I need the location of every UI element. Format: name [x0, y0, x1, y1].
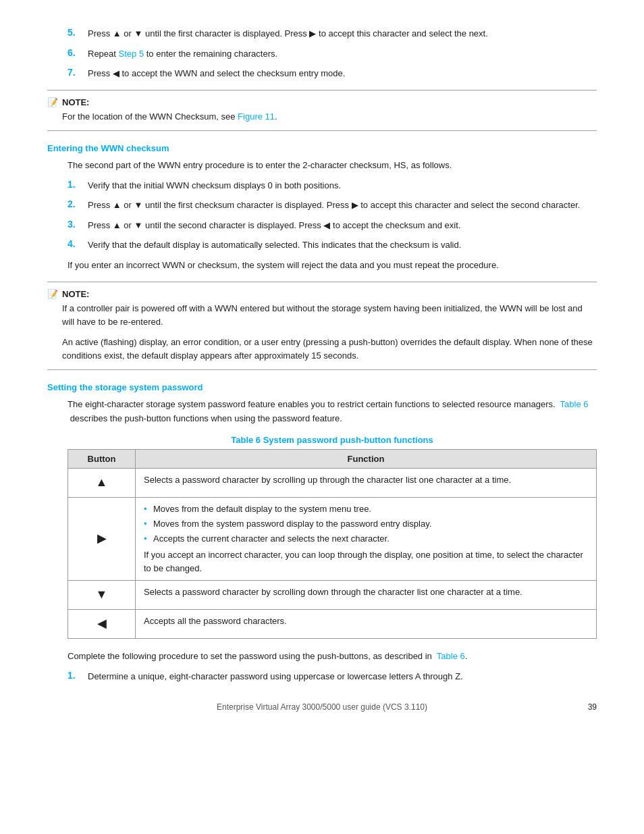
- password-table: Button Function ▲ Selects a password cha…: [68, 449, 597, 639]
- wwn-step-2-num: 2.: [68, 199, 88, 209]
- note-icon-top: 📝: [47, 97, 58, 107]
- step-6: 6. Repeat Step 5 to enter the remaining …: [68, 47, 597, 61]
- bullet-item: Accepts the current character and select…: [144, 532, 588, 546]
- btn-right-function: Moves from the default display to the sy…: [136, 497, 597, 581]
- password-intro: The eight-character storage system passw…: [68, 398, 597, 425]
- btn-down-icon: ▼: [68, 581, 136, 610]
- closing-text: Complete the following procedure to set …: [68, 650, 597, 663]
- wwn-closing: If you enter an incorrect WWN or checksu…: [68, 259, 597, 272]
- col-button: Button: [68, 449, 136, 468]
- btn-up-icon: ▲: [68, 468, 136, 497]
- table-row: ▶ Moves from the default display to the …: [68, 497, 597, 581]
- final-step-1-content: Determine a unique, eight-character pass…: [88, 670, 597, 683]
- wwn-step-3-num: 3.: [68, 219, 88, 230]
- table-row: ▼ Selects a password character by scroll…: [68, 581, 597, 610]
- final-step-1-num: 1.: [68, 670, 88, 681]
- footer-center: Enterprise Virtual Array 3000/5000 user …: [217, 702, 427, 712]
- table-row: ◀ Accepts all the password characters.: [68, 610, 597, 639]
- wwn-step-2-content: Press ▲ or ▼ until the first checksum ch…: [88, 199, 597, 212]
- section-password-heading: Setting the storage system password: [47, 382, 597, 392]
- step-6-num: 6.: [68, 47, 88, 58]
- col-function: Function: [136, 449, 597, 468]
- step-5: 5. Press ▲ or ▼ until the first characte…: [68, 27, 597, 41]
- note-wwn: 📝 NOTE: If a controller pair is powered …: [47, 282, 597, 371]
- table-title: Table 6 System password push-button func…: [68, 435, 597, 445]
- note-top: 📝 NOTE: For the location of the WWN Chec…: [47, 90, 597, 131]
- wwn-step-3-content: Press ▲ or ▼ until the second character …: [88, 219, 597, 232]
- step-7: 7. Press ◀ to accept the WWN and select …: [68, 67, 597, 80]
- wwn-intro: The second part of the WWN entry procedu…: [68, 159, 597, 172]
- wwn-step-3: 3. Press ▲ or ▼ until the second charact…: [68, 219, 597, 232]
- section-wwn-heading: Entering the WWN checksum: [47, 143, 597, 153]
- footer: Enterprise Virtual Array 3000/5000 user …: [0, 702, 644, 712]
- wwn-step-4: 4. Verify that the default display is au…: [68, 238, 597, 252]
- note-top-text: For the location of the WWN Checksum, se…: [62, 110, 597, 124]
- figure11-link[interactable]: Figure 11: [238, 111, 275, 122]
- wwn-step-1-content: Verify that the initial WWN checksum dis…: [88, 179, 597, 192]
- btn-right-icon: ▶: [68, 497, 136, 581]
- step5-link[interactable]: Step 5: [119, 49, 144, 59]
- wwn-step-2: 2. Press ▲ or ▼ until the first checksum…: [68, 199, 597, 212]
- btn-right-extra: If you accept an incorrect character, yo…: [144, 550, 583, 573]
- step-7-num: 7.: [68, 67, 88, 78]
- bullet-item: Moves from the system password display t…: [144, 517, 588, 531]
- footer-page: 39: [588, 702, 597, 712]
- wwn-step-4-content: Verify that the default display is autom…: [88, 238, 597, 252]
- wwn-step-1: 1. Verify that the initial WWN checksum …: [68, 179, 597, 192]
- bullet-list-right: Moves from the default display to the sy…: [144, 502, 588, 546]
- btn-down-function: Selects a password character by scrollin…: [136, 581, 597, 610]
- table6-link-closing[interactable]: Table 6: [437, 651, 465, 661]
- step-5-content: Press ▲ or ▼ until the first character i…: [88, 27, 597, 41]
- table-row: ▲ Selects a password character by scroll…: [68, 468, 597, 497]
- wwn-step-4-num: 4.: [68, 238, 88, 249]
- bullet-item: Moves from the default display to the sy…: [144, 502, 588, 516]
- table6-link-intro[interactable]: Table 6: [560, 399, 589, 409]
- step-5-num: 5.: [68, 27, 88, 38]
- btn-left-function: Accepts all the password characters.: [136, 610, 597, 639]
- note-wwn-label: 📝 NOTE:: [47, 289, 597, 299]
- note-top-label: 📝 NOTE:: [47, 97, 597, 107]
- step-6-content: Repeat Step 5 to enter the remaining cha…: [88, 47, 597, 61]
- btn-left-icon: ◀: [68, 610, 136, 639]
- wwn-step-1-num: 1.: [68, 179, 88, 190]
- final-step-1: 1. Determine a unique, eight-character p…: [68, 670, 597, 683]
- note-icon-wwn: 📝: [47, 289, 58, 299]
- step-7-content: Press ◀ to accept the WWN and select the…: [88, 67, 597, 80]
- btn-up-function: Selects a password character by scrollin…: [136, 468, 597, 497]
- note-wwn-text-1: If a controller pair is powered off with…: [62, 302, 597, 363]
